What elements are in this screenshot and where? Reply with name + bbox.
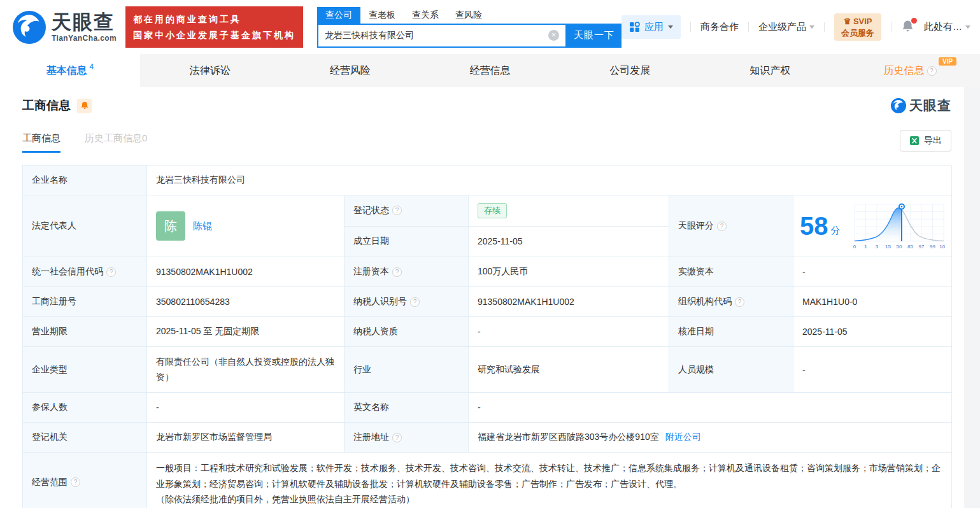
field-value-reg-authority: 龙岩市新罗区市场监督管理局 (147, 423, 344, 453)
section-title: 工商信息 (22, 97, 71, 114)
watermark-text: 天眼查 (909, 97, 951, 115)
tab-company-development[interactable]: 公司发展 (560, 54, 700, 87)
legal-rep-avatar[interactable]: 陈 (156, 211, 185, 241)
field-value-staff-size: - (793, 347, 952, 393)
subtab-business-registration[interactable]: 工商信息 (22, 132, 60, 153)
score-distribution-chart: 0 1 3 15 50 85 97 99 100 (849, 201, 945, 251)
field-label-english-name: 英文名称 (344, 393, 469, 423)
svg-text:50: 50 (896, 244, 902, 250)
field-label-score: 天眼评分 ? (669, 195, 793, 257)
field-value-business-term: 2025-11-05 至 无固定期限 (147, 317, 344, 347)
field-label-org-code: 组织机构代码? (669, 287, 793, 317)
slogan-line1: 都在用的商业查询工具 (133, 11, 295, 27)
field-value-taxpayer-quality: - (469, 317, 669, 347)
svg-text:85: 85 (907, 244, 913, 250)
field-label-insured-count: 参保人数 (23, 393, 147, 423)
export-button[interactable]: 导出 (900, 130, 951, 152)
help-icon[interactable]: ? (106, 267, 116, 277)
divider (748, 22, 749, 32)
subscribe-bell-button[interactable] (77, 99, 92, 113)
search-tab-company[interactable]: 查公司 (317, 7, 360, 24)
field-value-establish-date: 2025-11-05 (469, 227, 669, 257)
tianyancha-logo-icon (13, 11, 46, 44)
field-value-english-name: - (469, 393, 952, 423)
svg-text:15: 15 (885, 244, 891, 250)
field-label-company-name: 企业名称 (23, 166, 147, 195)
tab-business-info[interactable]: 经营信息 (420, 54, 560, 87)
excel-icon (909, 136, 920, 146)
brand-domain: TianYanCha.com (52, 34, 117, 42)
field-label-industry: 行业 (344, 347, 469, 393)
main-content: 工商信息 天眼查 工商信息 历史工商信息0 导出 (0, 97, 980, 508)
help-icon[interactable]: ? (735, 297, 744, 307)
help-icon[interactable]: ? (392, 433, 402, 442)
svg-text:1: 1 (864, 244, 867, 250)
search-tab-boss[interactable]: 查老板 (360, 7, 404, 24)
nearby-companies-link[interactable]: 附近公司 (665, 432, 701, 443)
tab-operational-risk[interactable]: 经营风险 (280, 54, 420, 87)
clear-search-icon[interactable]: × (548, 30, 559, 41)
legal-rep-link[interactable]: 陈锟 (193, 220, 212, 232)
svip-line1: ♛ SVIP (841, 16, 874, 27)
svg-text:0: 0 (853, 244, 856, 250)
svg-text:3: 3 (875, 244, 878, 250)
subtab-history-registration[interactable]: 历史工商信息0 (85, 132, 147, 153)
business-info-table: 企业名称 龙岩三快科技有限公司 法定代表人 陈 陈锟 登记状态 ? 存续 成立日… (22, 165, 951, 508)
divider (690, 22, 691, 32)
field-label-staff-size: 人员规模 (669, 347, 793, 393)
search-area: 查公司 查老板 查关系 查风险 × 天眼一下 (317, 7, 621, 48)
tab-legal-proceedings[interactable]: 法律诉讼 (140, 54, 280, 87)
apps-menu-label: 应用 (644, 21, 664, 33)
help-icon[interactable]: ? (717, 222, 727, 231)
field-label-reg-capital: 注册资本? (344, 257, 469, 287)
tianyancha-watermark: 天眼查 (891, 97, 951, 115)
tianyancha-logo-icon (891, 98, 906, 113)
menu-cooperation[interactable]: 商务合作 (700, 21, 739, 33)
field-label-reg-number: 工商注册号 (23, 287, 147, 317)
search-tab-risk[interactable]: 查风险 (447, 7, 490, 24)
field-label-legal-rep: 法定代表人 (23, 195, 147, 257)
notifications-button[interactable] (901, 20, 914, 35)
tab-intellectual-property[interactable]: 知识产权 (700, 54, 840, 87)
chevron-down-icon (965, 25, 970, 29)
field-value-approval-date: 2025-11-05 (793, 317, 952, 347)
page-right-gutter (964, 87, 980, 508)
menu-enterprise-label: 企业级产品 (758, 21, 806, 33)
field-label-approval-date: 核准日期 (669, 317, 793, 347)
tianyancha-logo[interactable]: 天眼查 TianYanCha.com (13, 11, 117, 44)
svip-member-button[interactable]: ♛ SVIP 会员服务 (834, 13, 881, 41)
field-value-taxpayer-id: 91350802MAK1H1U002 (469, 287, 669, 317)
field-label-business-term: 营业期限 (23, 317, 147, 347)
search-tab-relation[interactable]: 查关系 (404, 7, 447, 24)
divider (824, 22, 825, 32)
field-value-org-code: MAK1H1U0-0 (793, 287, 952, 317)
field-value-company-type: 有限责任公司（非自然人投资或控股的法人独资） (147, 347, 344, 393)
score-unit: 分 (831, 225, 841, 237)
notification-dot (911, 18, 917, 24)
field-label-paid-capital: 实缴资本 (669, 257, 793, 287)
chevron-down-icon (809, 25, 814, 29)
field-label-business-scope: 经营范围? (23, 453, 147, 508)
help-icon[interactable]: ? (410, 297, 420, 307)
apps-menu-button[interactable]: 应用 (621, 15, 681, 39)
tab-basic-info-count: 4 (90, 62, 94, 71)
tab-basic-info[interactable]: 基本信息 4 (0, 54, 140, 87)
menu-enterprise-products[interactable]: 企业级产品 (758, 21, 814, 33)
field-value-credit-code: 91350802MAK1H1U002 (147, 257, 344, 287)
tab-history-info[interactable]: VIP 历史信息 ? (840, 54, 980, 87)
help-icon[interactable]: ? (927, 66, 937, 76)
help-icon[interactable]: ? (392, 206, 402, 215)
search-field: × (317, 24, 567, 48)
field-value-reg-address: 福建省龙岩市新罗区西陂路303号办公楼910室 附近公司 (469, 423, 952, 453)
search-input[interactable] (325, 31, 548, 41)
divider (891, 22, 891, 32)
bell-icon (80, 101, 89, 110)
tab-history-info-label: 历史信息 (884, 64, 925, 78)
field-value-score: 58 分 (793, 195, 952, 257)
field-label-reg-status: 登记状态 ? (344, 195, 469, 226)
help-icon[interactable]: ? (392, 267, 402, 277)
svg-text:99: 99 (930, 244, 935, 250)
search-button[interactable]: 天眼一下 (567, 24, 621, 48)
user-menu[interactable]: 此处有… (924, 21, 970, 33)
help-icon[interactable]: ? (71, 477, 80, 487)
